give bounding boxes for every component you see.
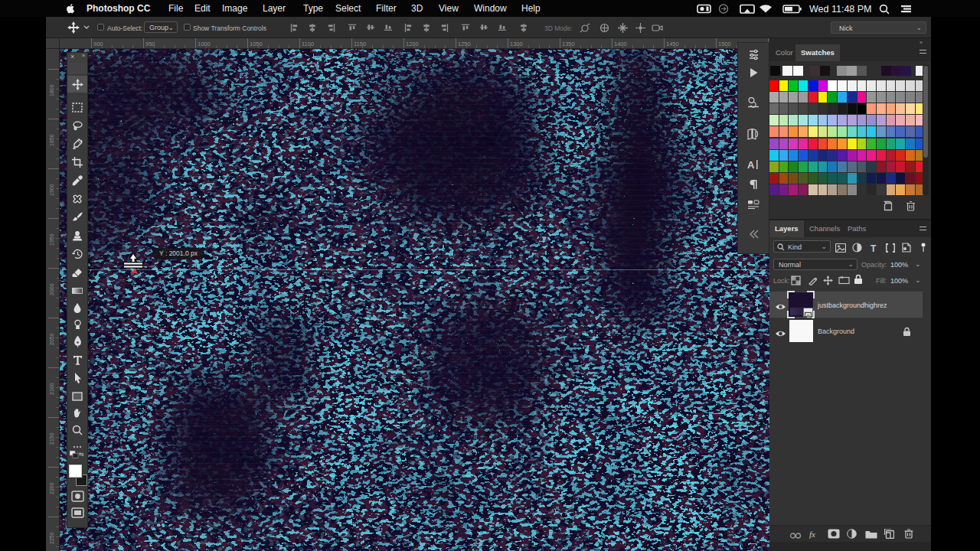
svg-text:Wed 11:48 PM: Wed 11:48 PM: [809, 4, 872, 15]
svg-text:fx: fx: [809, 530, 815, 539]
svg-text:A: A: [747, 159, 755, 170]
svg-text:T: T: [871, 243, 877, 253]
